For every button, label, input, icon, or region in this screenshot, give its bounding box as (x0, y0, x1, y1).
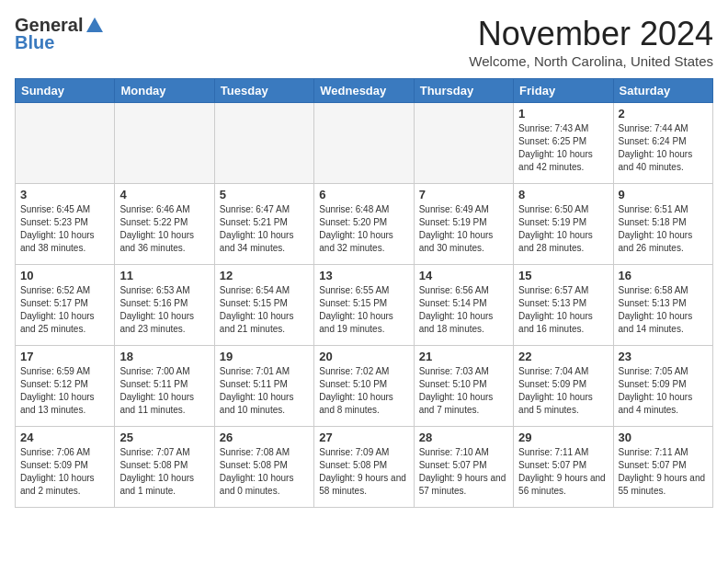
calendar-day-cell: 2Sunrise: 7:44 AM Sunset: 6:24 PM Daylig… (613, 103, 712, 184)
calendar-week-row: 1Sunrise: 7:43 AM Sunset: 6:25 PM Daylig… (16, 103, 713, 184)
calendar-day-cell: 19Sunrise: 7:01 AM Sunset: 5:11 PM Dayli… (214, 346, 313, 427)
day-number: 12 (220, 269, 309, 282)
weekday-header: Wednesday (314, 79, 414, 103)
calendar-day-cell (314, 103, 414, 184)
month-title: November 2024 (469, 15, 713, 53)
day-info: Sunrise: 7:07 AM Sunset: 5:08 PM Dayligh… (119, 446, 209, 498)
day-number: 26 (220, 431, 309, 444)
weekday-header-row: SundayMondayTuesdayWednesdayThursdayFrid… (16, 79, 713, 103)
day-info: Sunrise: 7:02 AM Sunset: 5:10 PM Dayligh… (319, 365, 408, 417)
calendar-day-cell: 30Sunrise: 7:11 AM Sunset: 5:07 PM Dayli… (613, 427, 712, 508)
day-number: 23 (619, 350, 708, 363)
calendar-day-cell: 7Sunrise: 6:49 AM Sunset: 5:19 PM Daylig… (414, 184, 513, 265)
day-info: Sunrise: 7:04 AM Sunset: 5:09 PM Dayligh… (518, 365, 608, 417)
day-number: 11 (119, 269, 209, 282)
day-info: Sunrise: 6:56 AM Sunset: 5:14 PM Dayligh… (419, 284, 508, 336)
weekday-header: Friday (514, 79, 613, 103)
calendar-day-cell: 12Sunrise: 6:54 AM Sunset: 5:15 PM Dayli… (214, 265, 313, 346)
calendar-day-cell: 15Sunrise: 6:57 AM Sunset: 5:13 PM Dayli… (514, 265, 613, 346)
day-number: 15 (518, 269, 608, 282)
day-number: 7 (419, 188, 508, 201)
calendar-day-cell: 16Sunrise: 6:58 AM Sunset: 5:13 PM Dayli… (613, 265, 712, 346)
day-info: Sunrise: 7:08 AM Sunset: 5:08 PM Dayligh… (220, 446, 309, 498)
calendar-day-cell: 24Sunrise: 7:06 AM Sunset: 5:09 PM Dayli… (16, 427, 115, 508)
day-info: Sunrise: 7:11 AM Sunset: 5:07 PM Dayligh… (619, 446, 708, 498)
day-info: Sunrise: 6:46 AM Sunset: 5:22 PM Dayligh… (119, 203, 209, 255)
calendar-day-cell: 9Sunrise: 6:51 AM Sunset: 5:18 PM Daylig… (613, 184, 712, 265)
location-subtitle: Welcome, North Carolina, United States (469, 53, 713, 69)
day-info: Sunrise: 6:53 AM Sunset: 5:16 PM Dayligh… (119, 284, 209, 336)
day-info: Sunrise: 6:57 AM Sunset: 5:13 PM Dayligh… (518, 284, 608, 336)
day-number: 24 (20, 431, 109, 444)
day-number: 9 (619, 188, 708, 201)
day-info: Sunrise: 6:47 AM Sunset: 5:21 PM Dayligh… (220, 203, 309, 255)
calendar-day-cell: 21Sunrise: 7:03 AM Sunset: 5:10 PM Dayli… (414, 346, 513, 427)
day-number: 17 (20, 350, 109, 363)
day-number: 22 (518, 350, 608, 363)
day-info: Sunrise: 6:55 AM Sunset: 5:15 PM Dayligh… (319, 284, 408, 336)
calendar-day-cell: 26Sunrise: 7:08 AM Sunset: 5:08 PM Dayli… (214, 427, 313, 508)
calendar-day-cell: 29Sunrise: 7:11 AM Sunset: 5:07 PM Dayli… (514, 427, 613, 508)
calendar-table: SundayMondayTuesdayWednesdayThursdayFrid… (15, 78, 713, 508)
calendar-day-cell: 11Sunrise: 6:53 AM Sunset: 5:16 PM Dayli… (115, 265, 214, 346)
weekday-header: Sunday (16, 79, 115, 103)
day-number: 21 (419, 350, 508, 363)
calendar-day-cell: 5Sunrise: 6:47 AM Sunset: 5:21 PM Daylig… (214, 184, 313, 265)
day-number: 13 (319, 269, 408, 282)
calendar-day-cell: 23Sunrise: 7:05 AM Sunset: 5:09 PM Dayli… (613, 346, 712, 427)
calendar-day-cell: 10Sunrise: 6:52 AM Sunset: 5:17 PM Dayli… (16, 265, 115, 346)
day-info: Sunrise: 6:52 AM Sunset: 5:17 PM Dayligh… (20, 284, 109, 336)
calendar-week-row: 10Sunrise: 6:52 AM Sunset: 5:17 PM Dayli… (16, 265, 713, 346)
day-info: Sunrise: 7:11 AM Sunset: 5:07 PM Dayligh… (518, 446, 608, 498)
calendar-day-cell: 22Sunrise: 7:04 AM Sunset: 5:09 PM Dayli… (514, 346, 613, 427)
calendar-day-cell: 17Sunrise: 6:59 AM Sunset: 5:12 PM Dayli… (16, 346, 115, 427)
day-info: Sunrise: 6:50 AM Sunset: 5:19 PM Dayligh… (518, 203, 608, 255)
day-info: Sunrise: 6:45 AM Sunset: 5:23 PM Dayligh… (20, 203, 109, 255)
day-number: 29 (518, 431, 608, 444)
day-number: 2 (619, 107, 708, 121)
day-info: Sunrise: 6:51 AM Sunset: 5:18 PM Dayligh… (619, 203, 708, 255)
calendar-day-cell: 28Sunrise: 7:10 AM Sunset: 5:07 PM Dayli… (414, 427, 513, 508)
day-info: Sunrise: 7:10 AM Sunset: 5:07 PM Dayligh… (419, 446, 508, 498)
calendar-day-cell: 4Sunrise: 6:46 AM Sunset: 5:22 PM Daylig… (115, 184, 214, 265)
day-info: Sunrise: 6:49 AM Sunset: 5:19 PM Dayligh… (419, 203, 508, 255)
day-number: 6 (319, 188, 408, 201)
calendar-day-cell: 14Sunrise: 6:56 AM Sunset: 5:14 PM Dayli… (414, 265, 513, 346)
day-number: 19 (220, 350, 309, 363)
svg-marker-0 (86, 17, 103, 32)
calendar-week-row: 24Sunrise: 7:06 AM Sunset: 5:09 PM Dayli… (16, 427, 713, 508)
calendar-day-cell (115, 103, 214, 184)
day-info: Sunrise: 6:58 AM Sunset: 5:13 PM Dayligh… (619, 284, 708, 336)
calendar-day-cell: 25Sunrise: 7:07 AM Sunset: 5:08 PM Dayli… (115, 427, 214, 508)
day-info: Sunrise: 7:01 AM Sunset: 5:11 PM Dayligh… (220, 365, 309, 417)
day-number: 8 (518, 188, 608, 201)
day-number: 4 (119, 188, 209, 201)
weekday-header: Saturday (613, 79, 712, 103)
day-number: 1 (518, 107, 608, 121)
day-number: 14 (419, 269, 508, 282)
day-info: Sunrise: 6:59 AM Sunset: 5:12 PM Dayligh… (20, 365, 109, 417)
calendar-day-cell: 8Sunrise: 6:50 AM Sunset: 5:19 PM Daylig… (514, 184, 613, 265)
day-number: 20 (319, 350, 408, 363)
page-header: General Blue November 2024 Welcome, Nort… (15, 15, 713, 69)
weekday-header: Tuesday (214, 79, 313, 103)
day-number: 25 (119, 431, 209, 444)
day-info: Sunrise: 7:06 AM Sunset: 5:09 PM Dayligh… (20, 446, 109, 498)
calendar-day-cell (16, 103, 115, 184)
day-info: Sunrise: 7:44 AM Sunset: 6:24 PM Dayligh… (619, 122, 708, 174)
day-number: 16 (619, 269, 708, 282)
calendar-day-cell: 13Sunrise: 6:55 AM Sunset: 5:15 PM Dayli… (314, 265, 414, 346)
calendar-day-cell (214, 103, 313, 184)
calendar-day-cell: 1Sunrise: 7:43 AM Sunset: 6:25 PM Daylig… (514, 103, 613, 184)
day-number: 5 (220, 188, 309, 201)
day-number: 30 (619, 431, 708, 444)
day-info: Sunrise: 6:48 AM Sunset: 5:20 PM Dayligh… (319, 203, 408, 255)
calendar-day-cell: 27Sunrise: 7:09 AM Sunset: 5:08 PM Dayli… (314, 427, 414, 508)
day-info: Sunrise: 7:43 AM Sunset: 6:25 PM Dayligh… (518, 122, 608, 174)
day-info: Sunrise: 7:09 AM Sunset: 5:08 PM Dayligh… (319, 446, 408, 498)
day-info: Sunrise: 6:54 AM Sunset: 5:15 PM Dayligh… (220, 284, 309, 336)
weekday-header: Thursday (414, 79, 513, 103)
weekday-header: Monday (115, 79, 214, 103)
title-area: November 2024 Welcome, North Carolina, U… (469, 15, 713, 69)
day-number: 28 (419, 431, 508, 444)
